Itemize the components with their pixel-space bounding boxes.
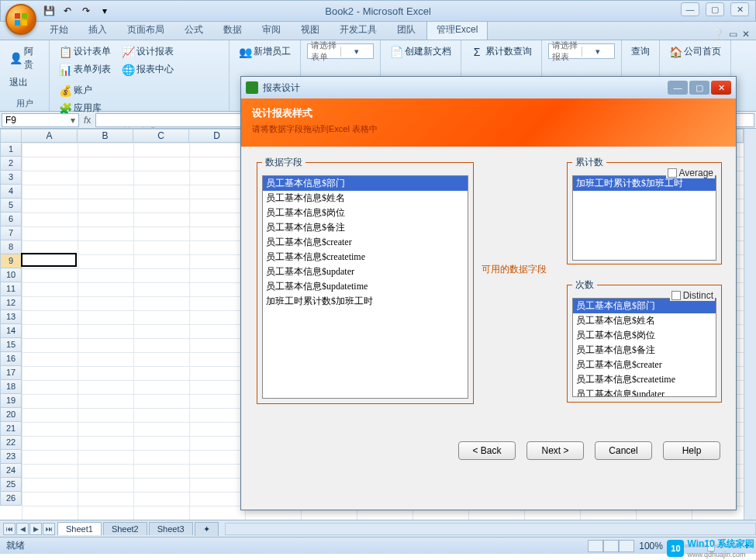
row-header[interactable]: 9 xyxy=(0,254,22,268)
row-header[interactable]: 15 xyxy=(0,338,22,352)
count-listbox[interactable]: 员工基本信息$部门员工基本信息$姓名员工基本信息$岗位员工基本信息$备注员工基本… xyxy=(572,298,716,397)
sum-listbox[interactable]: 加班工时累计数$加班工时 xyxy=(572,175,716,261)
row-header[interactable]: 16 xyxy=(0,352,22,366)
sheet-tab[interactable]: Sheet2 xyxy=(103,522,147,535)
average-checkbox-row[interactable]: Average xyxy=(666,168,715,178)
tab-插入[interactable]: 插入 xyxy=(79,20,116,40)
list-item[interactable]: 员工基本信息$岗位 xyxy=(263,206,468,220)
design-form-button[interactable]: 📋设计表单 xyxy=(56,43,114,60)
row-header[interactable]: 6 xyxy=(0,213,22,226)
dialog-minimize-button[interactable]: — xyxy=(668,81,688,95)
prev-sheet-icon[interactable]: ◀ xyxy=(16,523,29,535)
maximize-button[interactable]: ▢ xyxy=(706,2,724,16)
logout-button[interactable]: 退出 xyxy=(6,74,43,91)
close-button[interactable]: ✕ xyxy=(730,2,749,16)
row-header[interactable]: 8 xyxy=(0,240,22,254)
row-header[interactable]: 20 xyxy=(0,408,22,422)
row-header[interactable]: 1 xyxy=(0,143,22,157)
next-sheet-icon[interactable]: ▶ xyxy=(29,523,42,535)
tab-审阅[interactable]: 审阅 xyxy=(253,20,290,40)
dialog-maximize-button[interactable]: ▢ xyxy=(689,81,709,95)
list-item[interactable]: 员工基本信息$姓名 xyxy=(573,313,716,328)
row-header[interactable]: 12 xyxy=(0,296,22,310)
report-center-button[interactable]: 🌐报表中心 xyxy=(119,61,177,78)
tab-团队[interactable]: 团队 xyxy=(388,20,425,40)
help-button[interactable]: Help xyxy=(663,441,720,460)
query-button[interactable]: 查询 xyxy=(628,43,653,60)
sum-query-button[interactable]: Σ累计数查询 xyxy=(468,43,535,60)
list-item[interactable]: 员工基本信息$createtime xyxy=(573,372,716,387)
list-item[interactable]: 员工基本信息$createtime xyxy=(263,250,468,264)
account-button[interactable]: 💰账户 xyxy=(56,82,105,99)
list-item[interactable]: 员工基本信息$岗位 xyxy=(573,328,716,343)
zoom-level[interactable]: 100% xyxy=(639,541,663,551)
row-header[interactable]: 23 xyxy=(0,450,22,464)
row-header[interactable]: 22 xyxy=(0,436,22,450)
tab-页面布局[interactable]: 页面布局 xyxy=(118,20,174,40)
tab-开发工具[interactable]: 开发工具 xyxy=(330,20,386,40)
tab-视图[interactable]: 视图 xyxy=(292,20,329,40)
row-header[interactable]: 4 xyxy=(0,185,22,199)
new-employee-button[interactable]: 👥新增员工 xyxy=(236,43,294,60)
page-layout-view-icon[interactable] xyxy=(603,540,619,552)
qat-dropdown-icon[interactable]: ▾ xyxy=(97,3,112,19)
data-fields-listbox[interactable]: 员工基本信息$部门员工基本信息$姓名员工基本信息$岗位员工基本信息$备注员工基本… xyxy=(262,175,468,399)
ribbon-minimize-icon[interactable]: ▭ xyxy=(729,29,737,40)
tab-管理Excel[interactable]: 管理Excel xyxy=(426,19,488,40)
dialog-close-button[interactable]: ✕ xyxy=(711,81,731,95)
row-header[interactable]: 14 xyxy=(0,324,22,338)
page-break-view-icon[interactable] xyxy=(619,540,634,552)
tab-开始[interactable]: 开始 xyxy=(40,20,78,40)
next-button[interactable]: Next > xyxy=(526,441,584,460)
list-item[interactable]: 员工基本信息$备注 xyxy=(573,343,716,358)
row-header[interactable]: 25 xyxy=(0,478,22,492)
row-header[interactable]: 10 xyxy=(0,268,22,282)
checkbox-icon[interactable] xyxy=(671,291,681,300)
minimize-button[interactable]: — xyxy=(681,2,699,16)
sheet-tab[interactable]: Sheet1 xyxy=(57,522,102,535)
row-header[interactable]: 7 xyxy=(0,226,22,240)
save-icon[interactable]: 💾 xyxy=(41,3,57,19)
sheet-tab[interactable]: Sheet3 xyxy=(149,522,193,535)
user-button[interactable]: 👤阿贵 xyxy=(6,43,43,73)
list-item[interactable]: 员工基本信息$部门 xyxy=(263,176,468,191)
new-doc-button[interactable]: 📄创建新文档 xyxy=(387,43,454,60)
office-button[interactable] xyxy=(5,4,36,35)
row-header[interactable]: 19 xyxy=(0,394,22,408)
ribbon-close-icon[interactable]: ✕ xyxy=(742,29,750,40)
fx-icon[interactable]: fx xyxy=(84,115,91,126)
distinct-checkbox-row[interactable]: Distinct xyxy=(670,290,715,301)
design-report-button[interactable]: 📈设计报表 xyxy=(119,43,177,60)
row-header[interactable]: 24 xyxy=(0,464,22,478)
back-button[interactable]: < Back xyxy=(458,441,516,460)
undo-icon[interactable]: ↶ xyxy=(60,3,75,19)
list-item[interactable]: 员工基本信息$updater xyxy=(573,387,716,397)
row-header[interactable]: 11 xyxy=(0,282,22,296)
col-header[interactable]: C xyxy=(133,129,189,143)
row-header[interactable]: 5 xyxy=(0,199,22,213)
redo-icon[interactable]: ↷ xyxy=(78,3,94,19)
list-item[interactable]: 员工基本信息$updater xyxy=(263,264,468,279)
row-header[interactable]: 21 xyxy=(0,422,22,436)
horizontal-scrollbar[interactable] xyxy=(225,523,756,535)
tab-公式[interactable]: 公式 xyxy=(175,20,212,40)
report-select-combo[interactable]: 请选择报表▾ xyxy=(548,43,615,59)
name-box[interactable]: F9▾ xyxy=(2,113,79,127)
row-header[interactable]: 3 xyxy=(0,171,22,185)
form-select-combo[interactable]: 请选择表单▾ xyxy=(307,43,374,59)
help-icon[interactable]: ❔ xyxy=(713,29,724,40)
last-sheet-icon[interactable]: ⏭ xyxy=(43,523,55,535)
select-all-corner[interactable] xyxy=(0,129,22,143)
vertical-scrollbar[interactable] xyxy=(744,129,756,520)
checkbox-icon[interactable] xyxy=(668,168,677,178)
row-header[interactable]: 13 xyxy=(0,310,22,324)
list-item[interactable]: 员工基本信息$备注 xyxy=(263,220,468,235)
list-item[interactable]: 加班工时累计数$加班工时 xyxy=(263,294,468,309)
first-sheet-icon[interactable]: ⏮ xyxy=(3,523,16,535)
row-header[interactable]: 17 xyxy=(0,366,22,380)
cancel-button[interactable]: Cancel xyxy=(595,441,652,460)
form-list-button[interactable]: 📊表单列表 xyxy=(56,61,114,78)
list-item[interactable]: 员工基本信息$updatetime xyxy=(263,279,468,294)
dialog-titlebar[interactable]: 报表设计 — ▢ ✕ xyxy=(241,77,736,99)
list-item[interactable]: 员工基本信息$creater xyxy=(263,235,468,250)
